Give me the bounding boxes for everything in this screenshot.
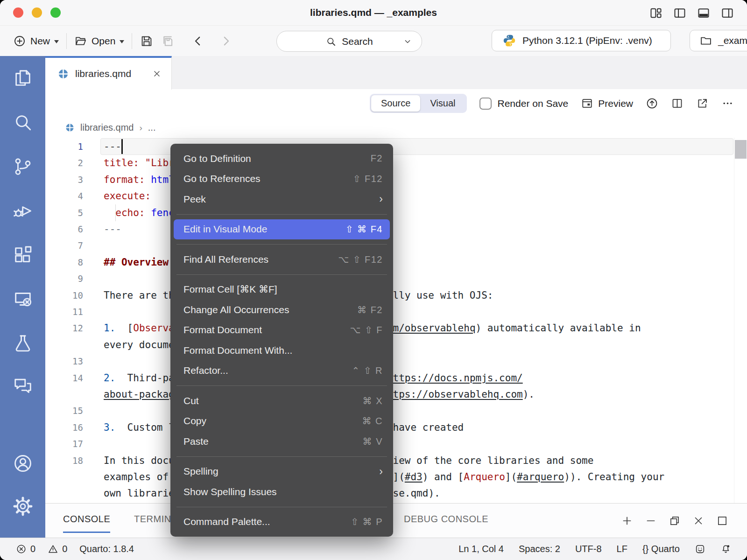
activity-bar-settings-icon[interactable] xyxy=(12,496,34,517)
maximize-panel-icon[interactable] xyxy=(716,515,728,527)
save-all-icon[interactable] xyxy=(161,34,175,48)
editor-scrollbar[interactable] xyxy=(734,138,747,503)
menu-item-shortcut: ⇧ ⌘ P xyxy=(351,516,383,527)
save-icon[interactable] xyxy=(140,34,154,48)
text-cursor xyxy=(121,139,123,154)
breadcrumb-file[interactable]: libraries.qmd xyxy=(80,122,134,133)
toggle-right-sidebar-icon[interactable] xyxy=(721,7,734,20)
line-number[interactable]: 6 xyxy=(45,221,83,238)
line-number[interactable]: 14 xyxy=(45,370,83,386)
toggle-bottom-panel-icon[interactable] xyxy=(697,7,710,20)
menu-item-copy[interactable]: Copy⌘ C xyxy=(170,411,393,432)
breadcrumb-more[interactable]: ... xyxy=(148,122,156,133)
search-box[interactable]: Search xyxy=(276,31,422,52)
visual-mode-button[interactable]: Visual xyxy=(420,95,465,112)
activity-bar-explorer-icon[interactable] xyxy=(12,68,34,89)
status-problems-warnings[interactable]: 0 xyxy=(48,544,67,554)
interpreter-selector[interactable]: Python 3.12.1 (PipEnv: .venv) xyxy=(492,30,671,51)
line-number[interactable]: 4 xyxy=(45,188,83,204)
status-language-mode[interactable]: {} Quarto xyxy=(642,544,680,554)
menu-item-go-to-references[interactable]: Go to References⇧ F12 xyxy=(170,169,393,189)
activity-bar-search-icon[interactable] xyxy=(12,112,34,133)
open-button[interactable]: Open xyxy=(74,35,124,48)
menu-item-format-document-with[interactable]: Format Document With... xyxy=(170,340,393,361)
restore-panel-icon[interactable] xyxy=(669,515,681,527)
activity-bar-extensions-icon[interactable] xyxy=(12,245,34,266)
close-tab-icon[interactable] xyxy=(152,69,162,79)
line-number[interactable]: 2 xyxy=(45,154,83,171)
menu-item-format-cell-k-f[interactable]: Format Cell [⌘K ⌘F] xyxy=(170,280,393,300)
back-icon[interactable] xyxy=(191,34,205,48)
menu-item-spelling[interactable]: Spelling› xyxy=(170,462,393,482)
more-actions-icon[interactable] xyxy=(721,97,734,110)
line-number[interactable]: 16 xyxy=(45,419,83,436)
indent-guide xyxy=(115,204,116,221)
status-eol-sequence-label: LF xyxy=(617,544,627,554)
line-number[interactable]: 5 xyxy=(45,204,83,221)
status-indentation-label: Spaces: 2 xyxy=(519,544,560,554)
line-number[interactable]: 10 xyxy=(45,287,83,304)
scrollbar-thumb[interactable] xyxy=(735,140,747,159)
activity-bar-comments-icon[interactable] xyxy=(12,375,34,397)
status-notifications[interactable] xyxy=(720,544,731,554)
line-number[interactable]: 11 xyxy=(45,303,83,320)
menu-item-find-all-references[interactable]: Find All References⌥ ⇧ F12 xyxy=(170,249,393,270)
line-number[interactable]: 3 xyxy=(45,171,83,188)
publish-icon[interactable] xyxy=(646,97,658,110)
toggle-left-sidebar-icon[interactable] xyxy=(673,7,686,20)
minimize-panel-icon[interactable] xyxy=(645,515,657,527)
line-number[interactable]: 8 xyxy=(45,254,83,271)
status-feedback[interactable] xyxy=(695,544,705,554)
menu-item-paste[interactable]: Paste⌘ V xyxy=(170,431,393,452)
menu-item-refactor[interactable]: Refactor...⌃ ⇧ R xyxy=(170,361,393,381)
menu-item-go-to-definition[interactable]: Go to DefinitionF2 xyxy=(170,148,393,169)
line-number[interactable]: 15 xyxy=(45,402,83,419)
line-number[interactable]: 17 xyxy=(45,435,83,452)
menu-item-command-palette[interactable]: Command Palette...⇧ ⌘ P xyxy=(170,512,393,532)
tab-strip: libraries.qmd xyxy=(45,56,747,90)
editor-toolbar: Source Visual Render on Save Preview xyxy=(45,89,747,118)
menu-item-edit-in-visual-mode[interactable]: Edit in Visual Mode⇧ ⌘ F4 xyxy=(174,219,390,240)
editor[interactable]: 1---2title: "Libraries"3format: html4exe… xyxy=(45,138,747,503)
line-number[interactable]: 18 xyxy=(45,452,83,469)
status-problems-errors[interactable]: 0 xyxy=(16,544,35,554)
line-number[interactable]: 1 xyxy=(45,138,83,155)
customize-layout-icon[interactable] xyxy=(649,7,662,20)
activity-bar-account-icon[interactable] xyxy=(12,453,34,474)
preview-label: Preview xyxy=(598,98,633,109)
split-editor-icon[interactable] xyxy=(671,97,684,110)
menu-item-change-all-occurrences[interactable]: Change All Occurrences⌘ F2 xyxy=(170,300,393,320)
workspace-button[interactable]: _examples xyxy=(690,30,747,51)
activity-bar-testing-icon[interactable] xyxy=(12,333,34,354)
menu-item-peek[interactable]: Peek› xyxy=(170,189,393,210)
preview-button[interactable]: Preview xyxy=(581,97,633,110)
status-encoding[interactable]: UTF-8 xyxy=(575,544,602,554)
activity-bar-source-control-icon[interactable] xyxy=(12,156,34,177)
line-number[interactable]: 13 xyxy=(45,353,83,370)
open-external-icon[interactable] xyxy=(696,97,709,110)
source-mode-button[interactable]: Source xyxy=(371,95,420,112)
line-number[interactable]: 12 xyxy=(45,320,83,336)
status-cursor-position[interactable]: Ln 1, Col 4 xyxy=(458,544,504,554)
new-panel-icon[interactable] xyxy=(621,515,633,527)
render-on-save-checkbox[interactable] xyxy=(479,98,492,110)
line-number[interactable]: 7 xyxy=(45,237,83,254)
menu-item-cut[interactable]: Cut⌘ X xyxy=(170,391,393,411)
main-toolbar: New Open Search Python 3.12.1 (PipEnv: .… xyxy=(0,26,747,56)
activity-bar-remote-explorer-icon[interactable] xyxy=(12,288,34,310)
status-problems-warnings-label: 0 xyxy=(62,544,67,554)
new-button[interactable]: New xyxy=(13,35,59,48)
status-quarto-version[interactable]: Quarto: 1.8.4 xyxy=(79,544,134,554)
panel-tab-console[interactable]: CONSOLE xyxy=(63,506,110,533)
status-encoding-label: UTF-8 xyxy=(575,544,602,554)
tab-libraries-qmd[interactable]: libraries.qmd xyxy=(45,56,172,90)
panel-tab-debug-console[interactable]: DEBUG CONSOLE xyxy=(404,506,488,533)
menu-item-format-document[interactable]: Format Document⌥ ⇧ F xyxy=(170,320,393,341)
close-panel-icon[interactable] xyxy=(692,515,705,527)
activity-bar-run-debug-icon[interactable] xyxy=(12,200,34,222)
menu-item-show-spelling-issues[interactable]: Show Spelling Issues xyxy=(170,482,393,502)
status-indentation[interactable]: Spaces: 2 xyxy=(519,544,560,554)
status-eol-sequence[interactable]: LF xyxy=(617,544,627,554)
line-number[interactable]: 9 xyxy=(45,270,83,287)
forward-icon[interactable] xyxy=(219,34,233,48)
